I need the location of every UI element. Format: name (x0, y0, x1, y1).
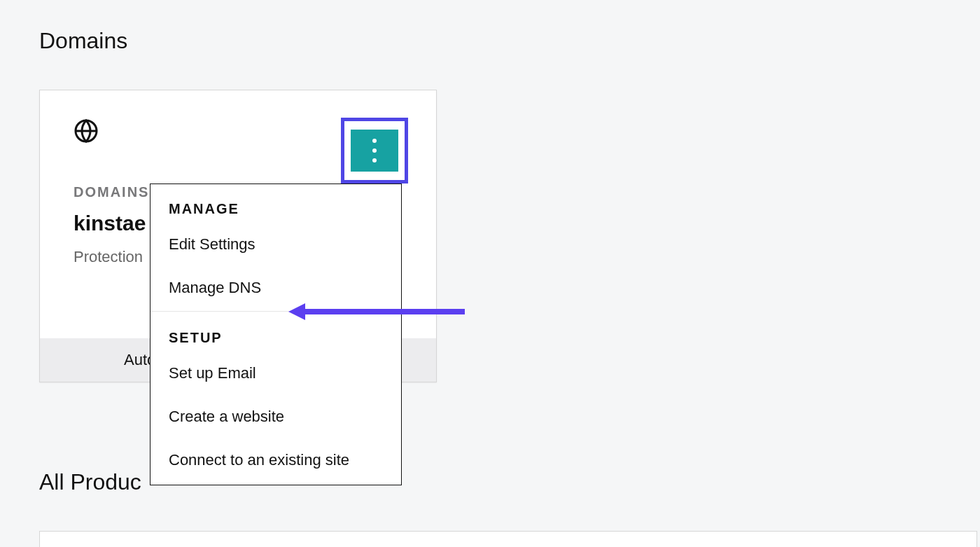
products-panel (39, 531, 977, 547)
menu-item-connect-site[interactable]: Connect to an existing site (150, 438, 401, 482)
dropdown-separator (150, 311, 401, 312)
more-options-button[interactable] (351, 130, 398, 172)
menu-item-manage-dns[interactable]: Manage DNS (150, 266, 401, 310)
menu-item-create-website[interactable]: Create a website (150, 395, 401, 438)
annotation-highlight-box (341, 118, 408, 184)
menu-item-setup-email[interactable]: Set up Email (150, 352, 401, 395)
vertical-dots-icon (372, 139, 377, 162)
dropdown-section-setup: SETUP (150, 313, 401, 352)
menu-item-edit-settings[interactable]: Edit Settings (150, 223, 401, 266)
page-title: Domains (39, 28, 127, 54)
dropdown-section-manage: MANAGE (150, 184, 401, 223)
options-dropdown: MANAGE Edit Settings Manage DNS SETUP Se… (150, 184, 402, 485)
all-products-heading: All Produc (39, 469, 141, 495)
globe-icon (74, 118, 99, 144)
